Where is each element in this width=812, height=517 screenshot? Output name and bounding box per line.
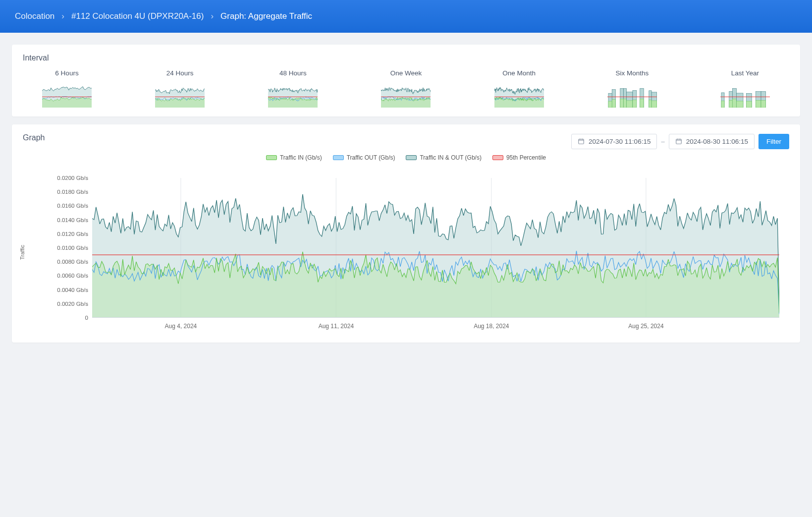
y-axis-label: Traffic	[19, 245, 25, 260]
graph-controls: 2024-07-30 11:06:15 – 2024-08-30 11:06:1…	[571, 134, 789, 149]
legend-label: Traffic IN (Gb/s)	[280, 154, 322, 161]
y-tick: 0.0140 Gb/s	[57, 217, 88, 223]
svg-rect-25	[721, 101, 724, 108]
interval-thumbnail	[720, 84, 770, 108]
interval-thumbnail	[155, 84, 205, 108]
legend-label: Traffic IN & OUT (Gb/s)	[420, 154, 481, 161]
y-tick: 0.0060 Gb/s	[57, 273, 88, 279]
interval-label: Last Year	[731, 69, 759, 77]
interval-option[interactable]: 48 Hours	[251, 69, 335, 108]
breadcrumb-item[interactable]: #112 Colocation 4U (DPXR20A-16)	[71, 11, 204, 21]
svg-rect-31	[736, 101, 743, 108]
y-tick: 0.0180 Gb/s	[57, 189, 88, 195]
date-to-value: 2024-08-30 11:06:15	[686, 138, 748, 145]
calendar-icon	[578, 138, 585, 145]
chevron-right-icon: ›	[61, 11, 64, 21]
y-tick: 0.0100 Gb/s	[57, 245, 88, 251]
chevron-right-icon: ›	[211, 11, 214, 21]
interval-option[interactable]: 6 Hours	[25, 69, 109, 108]
svg-rect-35	[756, 100, 761, 108]
svg-rect-8	[612, 100, 615, 108]
interval-thumbnail	[494, 84, 544, 108]
x-tick: Aug 25, 2024	[628, 323, 663, 330]
interval-label: 6 Hours	[55, 69, 78, 77]
legend-swatch	[266, 155, 277, 160]
interval-option[interactable]: Six Months	[590, 69, 674, 108]
filter-button[interactable]: Filter	[758, 134, 789, 149]
date-to-picker[interactable]: 2024-08-30 11:06:15	[669, 134, 755, 149]
legend-swatch	[406, 155, 417, 160]
interval-thumbnail	[268, 84, 318, 108]
svg-rect-22	[651, 101, 657, 108]
graph-title: Graph	[23, 133, 45, 142]
interval-label: 48 Hours	[279, 69, 307, 77]
legend-item[interactable]: Traffic OUT (Gb/s)	[333, 154, 395, 161]
interval-thumbnail	[381, 84, 431, 108]
breadcrumb-root[interactable]: Colocation	[15, 11, 54, 21]
date-range-separator: –	[661, 138, 664, 145]
interval-label: One Month	[502, 69, 536, 77]
svg-rect-37	[761, 100, 765, 108]
x-tick: Aug 11, 2024	[319, 323, 354, 330]
legend-item[interactable]: Traffic IN (Gb/s)	[266, 154, 322, 161]
date-from-picker[interactable]: 2024-07-30 11:06:15	[571, 134, 657, 149]
svg-rect-20	[649, 100, 651, 108]
x-tick: Aug 18, 2024	[474, 323, 509, 330]
y-tick: 0.0200 Gb/s	[57, 175, 88, 181]
graph-card: Graph 2024-07-30 11:06:15 – 2024-08-30 1…	[12, 124, 800, 343]
svg-rect-18	[640, 99, 644, 108]
interval-card: Interval 6 Hours24 Hours48 HoursOne Week…	[12, 45, 800, 116]
interval-option[interactable]: One Month	[477, 69, 561, 108]
date-from-value: 2024-07-30 11:06:15	[589, 138, 650, 145]
legend-swatch	[492, 155, 503, 160]
svg-rect-16	[633, 100, 637, 108]
chart-legend: Traffic IN (Gb/s)Traffic OUT (Gb/s)Traff…	[23, 154, 789, 161]
svg-rect-39	[579, 139, 584, 144]
legend-swatch	[333, 155, 344, 160]
x-axis: Aug 4, 2024Aug 11, 2024Aug 18, 2024Aug 2…	[92, 319, 779, 334]
y-tick: 0.0160 Gb/s	[57, 203, 88, 209]
legend-item[interactable]: 95th Percentile	[492, 154, 546, 161]
interval-label: One Week	[390, 69, 422, 77]
interval-label: Six Months	[615, 69, 649, 77]
x-tick: Aug 4, 2024	[165, 323, 197, 330]
interval-thumbnail	[607, 84, 657, 108]
y-tick: 0.0020 Gb/s	[57, 301, 88, 307]
y-tick: 0.0080 Gb/s	[57, 259, 88, 265]
interval-option[interactable]: One Week	[364, 69, 448, 108]
svg-rect-14	[626, 101, 632, 108]
chart-area: Traffic 00.0020 Gb/s0.0040 Gb/s0.0060 Gb…	[28, 165, 789, 334]
legend-label: Traffic OUT (Gb/s)	[347, 154, 395, 161]
interval-title: Interval	[23, 54, 789, 62]
breadcrumb-bar: Colocation › #112 Colocation 4U (DPXR20A…	[0, 0, 812, 33]
svg-rect-12	[623, 99, 626, 108]
y-axis: 00.0020 Gb/s0.0040 Gb/s0.0060 Gb/s0.0080…	[28, 178, 91, 318]
svg-rect-40	[676, 139, 681, 144]
interval-option[interactable]: Last Year	[703, 69, 787, 108]
svg-rect-10	[620, 99, 624, 108]
interval-thumbnail	[42, 84, 92, 108]
svg-rect-27	[729, 100, 733, 108]
y-tick: 0	[85, 315, 88, 321]
svg-rect-6	[608, 101, 612, 108]
legend-item[interactable]: Traffic IN & OUT (Gb/s)	[406, 154, 481, 161]
y-tick: 0.0120 Gb/s	[57, 231, 88, 237]
y-tick: 0.0040 Gb/s	[57, 287, 88, 293]
interval-label: 24 Hours	[166, 69, 194, 77]
breadcrumb-leaf: Graph: Aggregate Traffic	[220, 11, 312, 21]
svg-rect-29	[732, 99, 736, 108]
legend-label: 95th Percentile	[506, 154, 546, 161]
chart-plot[interactable]	[92, 178, 779, 318]
calendar-icon	[675, 138, 682, 145]
svg-rect-33	[746, 101, 752, 108]
interval-option[interactable]: 24 Hours	[138, 69, 222, 108]
